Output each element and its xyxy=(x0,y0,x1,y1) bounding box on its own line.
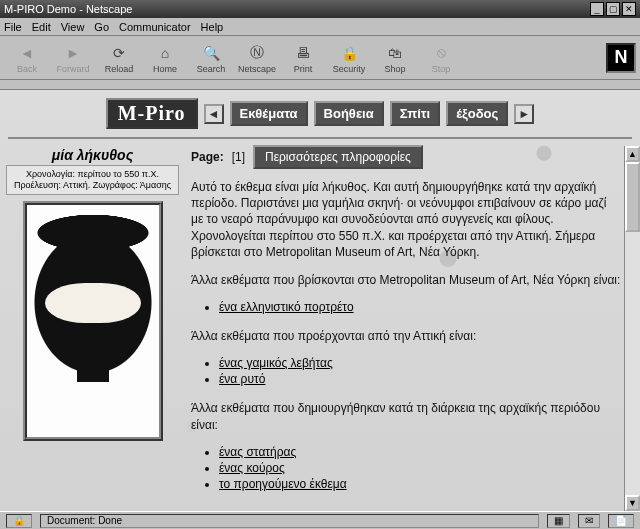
search-icon: 🔍 xyxy=(200,42,222,64)
toolbar-reload-button[interactable]: ⟳Reload xyxy=(96,42,142,74)
status-bar: 🔒 Document: Done ▦ ✉ 📄 xyxy=(0,511,640,529)
nav-spiti-button[interactable]: Σπίτι xyxy=(390,101,441,126)
menu-file[interactable]: File xyxy=(4,21,22,33)
browser-toolbar: ◄Back►Forward⟳Reload⌂Home🔍SearchⓃNetscap… xyxy=(0,36,640,80)
related-link[interactable]: ένα ελληνιστικό πορτρέτο xyxy=(219,300,354,314)
toolbar-search-button[interactable]: 🔍Search xyxy=(188,42,234,74)
list-item: ένας κούρος xyxy=(219,461,622,475)
toolbar-label: Netscape xyxy=(238,64,276,74)
toolbar-label: Forward xyxy=(56,64,89,74)
toolbar-home-button[interactable]: ⌂Home xyxy=(142,42,188,74)
related-origin-list: ένας γαμικός λεβήτας ένα ρυτό xyxy=(219,356,622,386)
toolbar-label: Shop xyxy=(384,64,405,74)
description-paragraph-1: Αυτό το έκθεμα είναι μία λήκυθος. Και αυ… xyxy=(191,179,622,260)
home-icon: ⌂ xyxy=(154,42,176,64)
nav-voitheia-button[interactable]: Βοήθεια xyxy=(314,101,384,126)
shop-icon: 🛍 xyxy=(384,42,406,64)
related-link[interactable]: το προηγούμενο έκθεμα xyxy=(219,477,347,491)
related-link[interactable]: ένας στατήρας xyxy=(219,445,296,459)
print-icon: 🖶 xyxy=(292,42,314,64)
toolbar-forward-button: ►Forward xyxy=(50,42,96,74)
toolbar-print-button[interactable]: 🖶Print xyxy=(280,42,326,74)
vertical-scrollbar[interactable]: ▲ ▼ xyxy=(624,146,640,511)
menu-communicator[interactable]: Communicator xyxy=(119,21,191,33)
minimize-button[interactable]: _ xyxy=(590,2,604,16)
menu-go[interactable]: Go xyxy=(94,21,109,33)
reload-icon: ⟳ xyxy=(108,42,130,64)
status-component-icon: 📄 xyxy=(608,514,634,528)
toolbar-label: Security xyxy=(333,64,366,74)
netscape-icon: Ⓝ xyxy=(246,42,268,64)
toolbar-netscape-button[interactable]: ⓃNetscape xyxy=(234,42,280,74)
netscape-logo-icon: N xyxy=(606,43,636,73)
related-location-list: ένα ελληνιστικό πορτρέτο xyxy=(219,300,622,314)
maximize-button[interactable]: ▢ xyxy=(606,2,620,16)
related-link[interactable]: ένας κούρος xyxy=(219,461,285,475)
close-button[interactable]: ✕ xyxy=(622,2,636,16)
related-link[interactable]: ένα ρυτό xyxy=(219,372,265,386)
related-period-heading: Άλλα εκθέματα που δημιουργήθηκαν κατά τη… xyxy=(191,400,622,432)
toolbar-label: Stop xyxy=(432,64,451,74)
list-item: ένας γαμικός λεβήτας xyxy=(219,356,622,370)
nav-exodos-button[interactable]: έξοδος xyxy=(446,101,508,126)
related-period-list: ένας στατήρας ένας κούρος το προηγούμενο… xyxy=(219,445,622,491)
menu-edit[interactable]: Edit xyxy=(32,21,51,33)
app-logo: M-Piro xyxy=(106,98,198,129)
page-label: Page: xyxy=(191,150,224,164)
nav-prev-button[interactable]: ◄ xyxy=(204,104,224,124)
list-item: ένας στατήρας xyxy=(219,445,622,459)
status-component-icon: ▦ xyxy=(547,514,570,528)
toolbar-label: Reload xyxy=(105,64,134,74)
object-image xyxy=(23,201,163,441)
toolbar-label: Home xyxy=(153,64,177,74)
description-panel: Page: [1] Περισσότερες πληροφορίες Αυτό … xyxy=(185,139,640,504)
object-meta: Χρονολογία: περίπου το 550 π.Χ. Προέλευσ… xyxy=(6,165,179,195)
status-component-icon: ✉ xyxy=(578,514,600,528)
related-origin-heading: Άλλα εκθέματα που προέρχονται από την Ατ… xyxy=(191,328,622,344)
menu-help[interactable]: Help xyxy=(201,21,224,33)
toolbar-stop-button: ⦸Stop xyxy=(418,42,464,74)
menu-bar: File Edit View Go Communicator Help xyxy=(0,18,640,36)
forward-icon: ► xyxy=(62,42,84,64)
related-link[interactable]: ένας γαμικός λεβήτας xyxy=(219,356,333,370)
nav-ekthemata-button[interactable]: Εκθέματα xyxy=(230,101,308,126)
list-item: ένα ελληνιστικό πορτρέτο xyxy=(219,300,622,314)
menu-view[interactable]: View xyxy=(61,21,85,33)
more-info-button[interactable]: Περισσότερες πληροφορίες xyxy=(253,145,423,169)
toolbar-shop-button[interactable]: 🛍Shop xyxy=(372,42,418,74)
toolbar-label: Print xyxy=(294,64,313,74)
scroll-down-icon[interactable]: ▼ xyxy=(625,495,640,511)
object-panel: μία λήκυθος Χρονολογία: περίπου το 550 π… xyxy=(0,139,185,504)
list-item: ένα ρυτό xyxy=(219,372,622,386)
page-number: [1] xyxy=(232,150,245,164)
toolbar-back-button: ◄Back xyxy=(4,42,50,74)
security-icon: 🔒 xyxy=(338,42,360,64)
location-bar-strip xyxy=(0,80,640,90)
nav-next-button[interactable]: ► xyxy=(514,104,534,124)
list-item: το προηγούμενο έκθεμα xyxy=(219,477,622,491)
status-text: Document: Done xyxy=(40,514,539,528)
scroll-track[interactable] xyxy=(625,232,640,495)
toolbar-security-button[interactable]: 🔒Security xyxy=(326,42,372,74)
page-indicator-row: Page: [1] Περισσότερες πληροφορίες xyxy=(191,145,622,169)
window-titlebar: M-PIRO Demo - Netscape _ ▢ ✕ xyxy=(0,0,640,18)
object-title: μία λήκυθος xyxy=(6,147,179,163)
toolbar-label: Back xyxy=(17,64,37,74)
toolbar-label: Search xyxy=(197,64,226,74)
stop-icon: ⦸ xyxy=(430,42,452,64)
back-icon: ◄ xyxy=(16,42,38,64)
scroll-thumb[interactable] xyxy=(625,162,640,232)
related-location-heading: Άλλα εκθέματα που βρίσκονται στο Metropo… xyxy=(191,272,622,288)
status-security-icon: 🔒 xyxy=(6,514,32,528)
scroll-up-icon[interactable]: ▲ xyxy=(625,146,640,162)
window-title: M-PIRO Demo - Netscape xyxy=(4,3,132,15)
app-nav: M-Piro ◄ Εκθέματα Βοήθεια Σπίτι έξοδος ► xyxy=(0,90,640,137)
page-content: M-Piro ◄ Εκθέματα Βοήθεια Σπίτι έξοδος ►… xyxy=(0,90,640,511)
